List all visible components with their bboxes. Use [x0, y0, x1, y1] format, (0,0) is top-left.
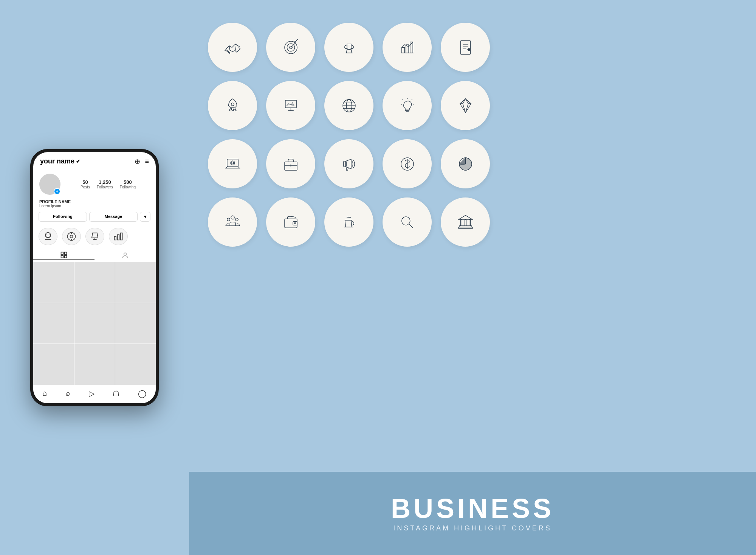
svg-point-11 [124, 253, 127, 255]
svg-rect-9 [61, 255, 64, 258]
svg-rect-6 [121, 233, 122, 240]
ig-bio: PROFILE NAME Lorem ipsum [33, 198, 156, 212]
bio-text: Lorem ipsum [39, 204, 150, 208]
ig-header: your name ✔ ⊕ ≡ [33, 152, 156, 169]
following-count: 500 [120, 179, 136, 185]
svg-rect-10 [65, 255, 67, 258]
add-story-button[interactable]: + [54, 188, 60, 195]
grid-cell[interactable] [115, 344, 156, 385]
coffee-icon-circle [324, 197, 373, 247]
followers-label: Followers [97, 185, 113, 189]
svg-marker-45 [460, 99, 471, 113]
add-icon[interactable]: ⊕ [135, 157, 140, 166]
phone-mockup: your name ✔ ⊕ ≡ + 50 Posts [30, 149, 159, 406]
svg-line-41 [402, 99, 403, 100]
grid-cell[interactable] [74, 262, 115, 303]
ig-header-icons: ⊕ ≡ [135, 157, 149, 166]
grid-cell[interactable] [33, 344, 74, 385]
left-section: your name ✔ ⊕ ≡ + 50 Posts [0, 0, 189, 555]
shop-icon[interactable]: ☖ [113, 389, 119, 398]
team-icon-circle [208, 197, 257, 247]
grid-cell[interactable] [74, 303, 115, 344]
svg-point-50 [231, 162, 234, 164]
briefcase-icon-circle [266, 139, 315, 188]
svg-line-42 [411, 99, 412, 100]
tagged-tab[interactable] [94, 251, 156, 260]
svg-line-47 [465, 104, 468, 113]
svg-point-49 [231, 161, 235, 165]
grid-cell[interactable] [74, 344, 115, 385]
svg-rect-54 [343, 161, 346, 167]
svg-rect-23 [460, 40, 470, 54]
posts-stat: 50 Posts [81, 179, 90, 189]
bank-icon-circle [441, 197, 490, 247]
document-icon-circle [441, 23, 490, 72]
following-button[interactable]: Following [39, 212, 87, 222]
menu-icon[interactable]: ≡ [145, 157, 149, 166]
grid-cell[interactable] [115, 303, 156, 344]
ig-action-buttons: Following Message ▾ [33, 212, 156, 225]
grid-tab[interactable] [33, 251, 94, 260]
svg-point-67 [294, 222, 296, 224]
message-button[interactable]: Message [89, 212, 138, 222]
svg-line-70 [409, 224, 413, 228]
rocket-icon-circle [208, 81, 257, 130]
bottom-banner: BUSINESS INSTAGRAM HIGHLIGHT COVERS [189, 472, 756, 555]
trophy-icon-circle [324, 23, 373, 72]
profile-icon[interactable]: ◯ [138, 389, 146, 398]
svg-rect-73 [465, 219, 466, 226]
followers-count: 1,250 [97, 179, 113, 185]
chart-bar-icon-circle [383, 23, 432, 72]
svg-line-46 [463, 104, 465, 113]
highlight-item[interactable] [85, 228, 104, 245]
globe-icon-circle [324, 81, 373, 130]
highlight-item[interactable] [39, 228, 57, 245]
profile-name: PROFILE NAME [39, 199, 150, 204]
svg-line-16 [296, 39, 298, 41]
posts-count: 50 [81, 179, 90, 185]
highlight-circle-2 [62, 228, 81, 245]
ig-username: your name ✔ [40, 157, 80, 165]
svg-rect-28 [285, 100, 296, 107]
ig-photo-grid [33, 262, 156, 385]
search-icon-circle [383, 197, 432, 247]
svg-rect-8 [65, 252, 67, 254]
grid-cell[interactable] [115, 262, 156, 303]
svg-rect-48 [227, 159, 238, 166]
banner-subtitle: INSTAGRAM HIGHLIGHT COVERS [393, 524, 552, 532]
grid-cell[interactable] [33, 262, 74, 303]
megaphone-icon-circle [324, 139, 373, 188]
search-icon[interactable]: ⌕ [66, 389, 70, 398]
home-icon[interactable]: ⌂ [42, 389, 47, 398]
highlight-item[interactable] [62, 228, 81, 245]
svg-rect-65 [285, 219, 297, 228]
diamond-icon-circle [441, 81, 490, 130]
svg-marker-71 [459, 215, 472, 219]
grid-cell[interactable] [33, 303, 74, 344]
banner-title: BUSINESS [391, 495, 554, 522]
ig-profile-section: + 50 Posts 1,250 Followers 500 Following [33, 169, 156, 198]
svg-rect-66 [293, 221, 297, 225]
svg-point-27 [231, 103, 234, 106]
svg-rect-4 [115, 236, 116, 240]
svg-rect-19 [401, 47, 404, 53]
highlight-item[interactable] [109, 228, 128, 245]
svg-rect-76 [459, 227, 472, 229]
followers-stat: 1,250 Followers [97, 179, 113, 189]
svg-rect-72 [460, 219, 462, 226]
highlight-circle-4 [109, 228, 128, 245]
svg-point-62 [235, 218, 238, 221]
following-stat: 500 Following [120, 179, 136, 189]
phone-screen: your name ✔ ⊕ ≡ + 50 Posts [33, 152, 156, 403]
target-icon-circle [266, 23, 315, 72]
wallet-icon-circle [266, 197, 315, 247]
svg-point-32 [292, 104, 294, 106]
lightbulb-icon-circle [383, 81, 432, 130]
svg-rect-74 [469, 219, 470, 226]
reels-icon[interactable]: ▷ [89, 389, 94, 398]
posts-label: Posts [81, 185, 90, 189]
more-button[interactable]: ▾ [140, 212, 150, 222]
svg-point-1 [70, 235, 73, 238]
ig-tabs [33, 249, 156, 262]
avatar: + [39, 174, 60, 195]
